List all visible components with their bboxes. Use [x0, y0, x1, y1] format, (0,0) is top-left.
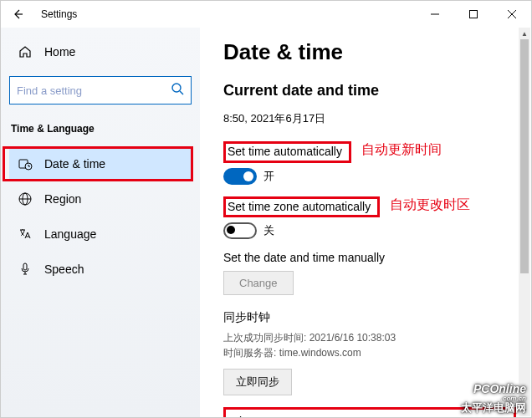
manual-label: Set the date and time manually	[223, 251, 508, 264]
search-box[interactable]	[9, 76, 192, 104]
svg-point-4	[172, 84, 181, 92]
nav-language[interactable]: Language	[9, 218, 192, 250]
timezone-block: Time zone (UTC+08:00) 北京，重庆，香港特别行政	[223, 407, 516, 417]
home-icon	[18, 44, 33, 59]
current-datetime-value: 8:50, 2021年6月17日	[223, 111, 508, 126]
set-time-auto-state: 开	[263, 169, 274, 184]
home-nav[interactable]: Home	[9, 38, 192, 66]
language-icon	[18, 227, 33, 242]
scrollbar-thumb[interactable]	[520, 39, 529, 273]
nav-label: Region	[44, 192, 81, 206]
sidebar: Home Time & Language Date & time Region …	[1, 28, 200, 417]
main-panel: Date & time Current date and time 8:50, …	[200, 28, 531, 417]
nav-label: Date & time	[44, 157, 105, 171]
microphone-icon	[18, 262, 33, 277]
set-time-auto-annotation: 自动更新时间	[361, 141, 442, 159]
window-title: Settings	[41, 8, 77, 20]
set-tz-auto-toggle[interactable]	[223, 222, 257, 239]
svg-rect-1	[470, 11, 478, 18]
nav-label: Language	[44, 227, 96, 241]
search-icon	[171, 82, 184, 99]
home-label: Home	[44, 45, 75, 59]
set-tz-auto-label: Set time zone automatically	[223, 196, 380, 218]
scrollbar[interactable]: ▲ ▼	[519, 28, 530, 416]
nav-region[interactable]: Region	[9, 183, 192, 215]
nav-speech[interactable]: Speech	[9, 253, 192, 285]
settings-window: Settings Home Time & Language Date	[0, 0, 532, 418]
svg-line-5	[180, 91, 183, 94]
minimize-button[interactable]	[416, 1, 454, 28]
search-input[interactable]	[17, 84, 171, 97]
section-heading: Time & Language	[9, 120, 192, 145]
sync-now-button[interactable]: 立即同步	[223, 369, 292, 395]
maximize-button[interactable]	[454, 1, 493, 28]
set-tz-auto-state: 关	[263, 223, 274, 238]
content-area: Home Time & Language Date & time Region …	[1, 28, 531, 417]
timezone-label: Time zone	[233, 415, 507, 417]
page-heading: Date & time	[223, 39, 508, 65]
globe-icon	[18, 191, 33, 206]
scroll-up-icon[interactable]: ▲	[519, 28, 530, 39]
scroll-down-icon[interactable]: ▼	[519, 405, 530, 416]
nav-label: Speech	[44, 263, 84, 276]
change-button: Change	[223, 271, 294, 295]
sync-last-time: 上次成功同步时间: 2021/6/16 10:38:03	[223, 330, 508, 345]
titlebar: Settings	[1, 1, 531, 28]
set-tz-auto-annotation: 自动更改时区	[390, 196, 470, 214]
set-time-auto-toggle[interactable]	[223, 168, 257, 185]
set-time-auto-label: Set time automatically	[223, 141, 351, 163]
calendar-clock-icon	[18, 156, 33, 171]
nav-date-time[interactable]: Date & time	[9, 148, 192, 180]
close-button[interactable]	[493, 1, 531, 28]
window-controls	[416, 1, 531, 28]
current-datetime-heading: Current date and time	[223, 82, 508, 99]
sync-server: 时间服务器: time.windows.com	[223, 345, 508, 360]
svg-rect-11	[23, 263, 27, 270]
sync-heading: 同步时钟	[223, 310, 508, 325]
back-button[interactable]	[8, 4, 28, 24]
